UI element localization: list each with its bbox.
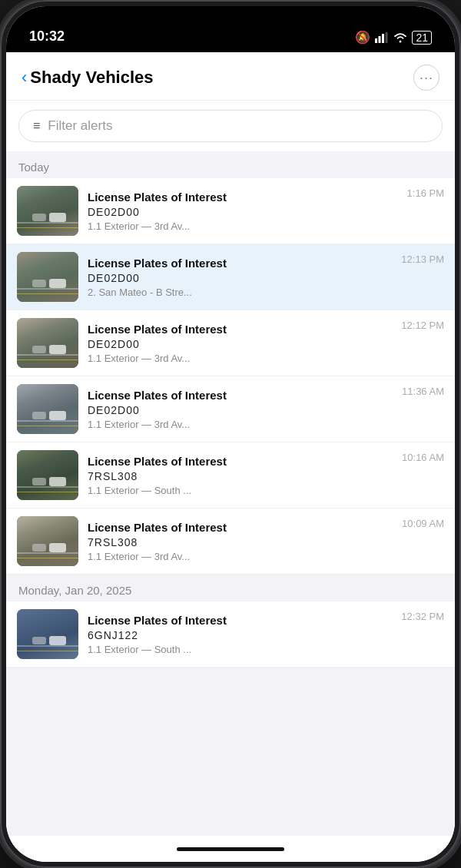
alert-location: 1.1 Exterior — 3rd Av... bbox=[88, 353, 392, 364]
alert-title: License Plates of Interest bbox=[88, 257, 392, 270]
alert-time: 12:32 PM bbox=[401, 609, 444, 622]
alert-info: License Plates of InterestDE02D002. San … bbox=[88, 257, 392, 298]
back-chevron-icon: ‹ bbox=[22, 68, 27, 88]
alert-list-item[interactable]: License Plates of InterestDE02D001.1 Ext… bbox=[6, 178, 455, 244]
alert-thumbnail bbox=[17, 609, 78, 659]
alert-time: 12:13 PM bbox=[401, 252, 444, 265]
svg-rect-1 bbox=[379, 36, 381, 43]
alert-time: 1:16 PM bbox=[407, 186, 444, 199]
alert-info: License Plates of InterestDE02D001.1 Ext… bbox=[88, 190, 398, 232]
alert-location: 1.1 Exterior — South ... bbox=[88, 485, 393, 496]
alert-list-item[interactable]: License Plates of InterestDE02D001.1 Ext… bbox=[6, 310, 455, 376]
alert-list-item[interactable]: License Plates of Interest7RSL3081.1 Ext… bbox=[6, 442, 455, 509]
more-dots-icon: ··· bbox=[420, 71, 433, 84]
dynamic-island bbox=[181, 15, 280, 41]
svg-rect-2 bbox=[382, 34, 384, 43]
alert-location: 1.1 Exterior — 3rd Av... bbox=[88, 220, 398, 232]
alert-title: License Plates of Interest bbox=[88, 521, 393, 534]
alert-plate: DE02D00 bbox=[88, 404, 393, 416]
alert-thumbnail bbox=[17, 450, 78, 500]
alert-thumbnail bbox=[17, 252, 78, 302]
alert-title: License Plates of Interest bbox=[88, 389, 393, 402]
home-indicator bbox=[177, 847, 284, 851]
section-header-1: Monday, Jan 20, 2025 bbox=[6, 575, 455, 601]
alert-plate: DE02D00 bbox=[88, 206, 398, 218]
svg-rect-3 bbox=[386, 32, 388, 43]
alert-plate: DE02D00 bbox=[88, 338, 392, 350]
alert-thumbnail bbox=[17, 186, 78, 236]
header: ‹ Shady Vehicles ··· bbox=[6, 52, 455, 101]
alerts-scroll-area[interactable]: TodayLicense Plates of InterestDE02D001.… bbox=[6, 151, 455, 836]
status-icons: 🔕 21 bbox=[355, 30, 432, 45]
alert-plate: 7RSL308 bbox=[88, 470, 393, 482]
alert-plate: DE02D00 bbox=[88, 272, 392, 284]
alert-info: License Plates of Interest7RSL3081.1 Ext… bbox=[88, 521, 393, 562]
alert-title: License Plates of Interest bbox=[88, 323, 392, 336]
alert-info: License Plates of InterestDE02D001.1 Ext… bbox=[88, 323, 392, 364]
wifi-icon bbox=[393, 32, 407, 43]
filter-placeholder: Filter alerts bbox=[48, 118, 112, 134]
filter-input-wrap[interactable]: ≡ Filter alerts bbox=[18, 110, 443, 142]
alert-location: 1.1 Exterior — 3rd Av... bbox=[88, 551, 393, 562]
alert-info: License Plates of Interest7RSL3081.1 Ext… bbox=[88, 455, 393, 496]
status-bar: 10:32 🔕 21 bbox=[6, 6, 455, 52]
alert-info: License Plates of InterestDE02D001.1 Ext… bbox=[88, 389, 393, 430]
page-title: Shady Vehicles bbox=[30, 68, 153, 88]
alert-time: 10:09 AM bbox=[402, 516, 444, 529]
section-header-0: Today bbox=[6, 151, 455, 178]
back-button[interactable]: ‹ Shady Vehicles bbox=[22, 68, 154, 88]
alert-title: License Plates of Interest bbox=[88, 190, 398, 204]
search-bar: ≡ Filter alerts bbox=[6, 101, 455, 151]
alert-location: 2. San Mateo - B Stre... bbox=[88, 287, 392, 298]
svg-rect-0 bbox=[375, 38, 377, 43]
alert-time: 12:12 PM bbox=[401, 318, 444, 331]
alert-info: License Plates of Interest6GNJ1221.1 Ext… bbox=[88, 614, 392, 655]
alert-title: License Plates of Interest bbox=[88, 614, 392, 627]
status-time: 10:32 bbox=[29, 28, 65, 45]
alert-location: 1.1 Exterior — 3rd Av... bbox=[88, 419, 393, 430]
alert-list-item[interactable]: License Plates of Interest6GNJ1221.1 Ext… bbox=[6, 601, 455, 668]
screen: 10:32 🔕 21 bbox=[6, 6, 455, 862]
app-content: ‹ Shady Vehicles ··· ≡ Filter alerts Tod… bbox=[6, 52, 455, 862]
alert-time: 10:16 AM bbox=[402, 450, 444, 463]
alert-thumbnail bbox=[17, 318, 78, 368]
phone-frame: 10:32 🔕 21 bbox=[0, 0, 461, 868]
alert-list-item[interactable]: License Plates of InterestDE02D002. San … bbox=[6, 244, 455, 310]
alert-thumbnail bbox=[17, 384, 78, 434]
alert-list-item[interactable]: License Plates of InterestDE02D001.1 Ext… bbox=[6, 376, 455, 442]
battery-icon: 21 bbox=[412, 31, 432, 45]
svg-point-4 bbox=[400, 40, 402, 42]
home-bar bbox=[6, 836, 455, 862]
alert-title: License Plates of Interest bbox=[88, 455, 393, 468]
alert-list-item[interactable]: License Plates of Interest7RSL3081.1 Ext… bbox=[6, 509, 455, 575]
mute-icon: 🔕 bbox=[355, 30, 370, 45]
alert-time: 11:36 AM bbox=[402, 384, 444, 397]
alert-plate: 6GNJ122 bbox=[88, 629, 392, 641]
filter-icon: ≡ bbox=[33, 119, 40, 133]
alert-location: 1.1 Exterior — South ... bbox=[88, 644, 392, 655]
alert-plate: 7RSL308 bbox=[88, 536, 393, 548]
more-options-button[interactable]: ··· bbox=[413, 65, 439, 91]
alert-thumbnail bbox=[17, 516, 78, 566]
signal-icon bbox=[375, 32, 389, 43]
